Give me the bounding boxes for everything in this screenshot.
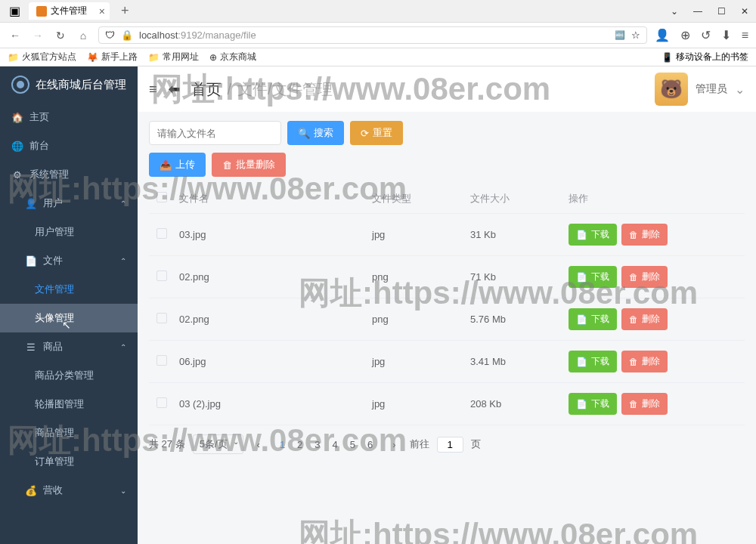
row-checkbox[interactable] <box>156 355 167 366</box>
bookmark-item[interactable]: 🦊 新手上路 <box>87 51 138 63</box>
page-number[interactable]: 3 <box>308 439 326 450</box>
close-tab-icon[interactable]: × <box>99 5 105 17</box>
page-number[interactable]: 4 <box>327 439 344 450</box>
search-input[interactable] <box>149 121 281 145</box>
row-checkbox[interactable] <box>156 313 167 323</box>
close-window-icon[interactable]: ✕ <box>741 6 748 17</box>
cell-filesize: 3.41 Mb <box>470 356 569 367</box>
dropdown-icon[interactable]: ⌄ <box>671 6 678 17</box>
sidebar-item-file[interactable]: 📄文件⌃ <box>0 246 138 275</box>
page-number[interactable]: 1 <box>274 439 291 450</box>
minimize-icon[interactable]: — <box>693 6 702 17</box>
account-icon[interactable]: 👤 <box>655 28 670 42</box>
chevron-up-icon: ⌃ <box>120 343 126 351</box>
download-button[interactable]: 📄下载 <box>569 393 617 415</box>
history-icon[interactable]: ↺ <box>701 28 711 42</box>
browser-tab[interactable]: 文件管理 × <box>29 2 110 20</box>
download-icon: 📄 <box>576 314 587 325</box>
chevron-down-icon[interactable]: ⌄ <box>735 82 745 97</box>
download-button[interactable]: 📄下载 <box>569 224 617 246</box>
upload-button[interactable]: 📤上传 <box>149 153 206 177</box>
mobile-bookmarks[interactable]: 📱 移动设备上的书签 <box>662 51 748 63</box>
cell-filename: 02.png <box>179 314 372 325</box>
trash-icon: 🗑 <box>629 399 638 410</box>
table-row: 03 (2).jpg jpg 208 Kb 📄下载 🗑删除 <box>149 383 745 425</box>
browser-tab-strip: ▣ 文件管理 × + ⌄ — ☐ ✕ <box>0 0 756 23</box>
sidebar-item-file-mgmt[interactable]: 文件管理 <box>0 275 138 304</box>
topbar: ≡ ⬅ 首页 / 文件/文件管理 🐻 管理员 ⌄ <box>138 66 756 112</box>
delete-button[interactable]: 🗑删除 <box>621 224 668 246</box>
download-button[interactable]: 📄下载 <box>569 308 617 330</box>
delete-button[interactable]: 🗑删除 <box>621 393 668 415</box>
cell-filesize: 5.76 Mb <box>470 314 569 325</box>
bookmark-item[interactable]: 📁 火狐官方站点 <box>8 51 76 63</box>
sidebar-item-order-mgmt[interactable]: 订单管理 <box>0 447 138 476</box>
downloads-icon[interactable]: ⬇ <box>721 28 731 42</box>
sidebar-item-carousel-mgmt[interactable]: 轮播图管理 <box>0 390 138 419</box>
sidebar-item-product[interactable]: ☰商品⌃ <box>0 332 138 361</box>
page-size-select[interactable]: 5条/页 ⌄ <box>193 434 243 454</box>
url-bar[interactable]: 🛡 🔒 localhost:9192/manage/file 🔤 ☆ <box>98 26 647 44</box>
search-button[interactable]: 🔍搜索 <box>287 121 344 145</box>
trash-icon: 🗑 <box>629 272 638 283</box>
sidebar-item-system[interactable]: ⚙系统管理 <box>0 160 138 189</box>
chevron-up-icon: ⌃ <box>120 257 126 265</box>
sidebar-item-category-mgmt[interactable]: 商品分类管理 <box>0 361 138 390</box>
cell-filesize: 208 Kb <box>470 398 569 410</box>
col-header-name: 文件名 <box>179 192 372 206</box>
cell-filetype: png <box>372 314 470 325</box>
cell-filesize: 31 Kb <box>470 229 569 240</box>
select-all-checkbox[interactable] <box>156 192 167 202</box>
page-number[interactable]: 2 <box>291 439 308 450</box>
delete-button[interactable]: 🗑删除 <box>621 308 668 330</box>
sidebar-item-user-mgmt[interactable]: 用户管理 <box>0 218 138 246</box>
back-icon[interactable]: ← <box>8 28 23 43</box>
delete-button[interactable]: 🗑删除 <box>621 266 668 288</box>
next-page-icon[interactable]: › <box>386 439 401 450</box>
breadcrumb-home[interactable]: 首页 <box>191 79 222 100</box>
cell-filetype: jpg <box>372 398 470 410</box>
sidebar-item-product-mgmt[interactable]: 商品管理 <box>0 419 138 447</box>
sidebar-item-home[interactable]: 🏠主页 <box>0 103 138 131</box>
row-checkbox[interactable] <box>156 397 167 408</box>
cell-filename: 03 (2).jpg <box>179 398 372 410</box>
row-checkbox[interactable] <box>156 270 167 281</box>
trash-icon: 🗑 <box>222 159 232 171</box>
bookmark-item[interactable]: ⊕ 京东商城 <box>209 51 256 63</box>
back-arrow-icon[interactable]: ⬅ <box>169 81 180 97</box>
prev-page-icon[interactable]: ‹ <box>251 439 266 450</box>
batch-delete-button[interactable]: 🗑批量删除 <box>212 153 286 177</box>
avatar[interactable]: 🐻 <box>655 73 688 106</box>
download-button[interactable]: 📄下载 <box>569 266 617 288</box>
refresh-icon[interactable]: ↻ <box>53 28 68 43</box>
bookmark-star-icon[interactable]: ☆ <box>631 29 640 41</box>
bookmark-item[interactable]: 📁 常用网址 <box>148 51 199 63</box>
new-tab-button[interactable]: + <box>117 3 133 19</box>
shield-icon: 🛡 <box>105 29 115 41</box>
menu-icon[interactable]: ≡ <box>742 29 748 42</box>
chevron-down-icon: ⌄ <box>120 487 126 495</box>
logo-icon <box>11 76 29 94</box>
sidebar-item-frontend[interactable]: 🌐前台 <box>0 131 138 160</box>
cell-filesize: 71 Kb <box>470 271 569 283</box>
collapse-sidebar-icon[interactable]: ≡ <box>149 82 157 97</box>
row-checkbox[interactable] <box>156 228 167 239</box>
file-table: 文件名 文件类型 文件大小 操作 03.jpg jpg 31 Kb 📄下载 🗑删… <box>149 184 745 425</box>
sidebar-toggle-icon[interactable]: ▣ <box>8 5 21 18</box>
sidebar-item-user[interactable]: 👤用户⌃ <box>0 189 138 218</box>
sidebar-item-revenue[interactable]: 💰营收⌄ <box>0 476 138 505</box>
tab-favicon <box>36 6 47 17</box>
delete-button[interactable]: 🗑删除 <box>621 351 668 372</box>
forward-icon[interactable]: → <box>30 28 45 43</box>
maximize-icon[interactable]: ☐ <box>717 6 726 17</box>
translate-icon[interactable]: 🔤 <box>615 30 625 40</box>
goto-suffix: 页 <box>471 437 481 451</box>
download-button[interactable]: 📄下载 <box>569 351 617 372</box>
reset-button[interactable]: ⟳重置 <box>350 121 403 145</box>
page-number[interactable]: 6 <box>361 439 379 450</box>
sidebar-item-avatar-mgmt[interactable]: 头像管理↖ <box>0 304 138 332</box>
page-number[interactable]: 5 <box>344 439 361 450</box>
goto-page-input[interactable] <box>437 437 463 453</box>
extensions-icon[interactable]: ⊕ <box>680 28 690 42</box>
home-icon[interactable]: ⌂ <box>76 28 91 43</box>
